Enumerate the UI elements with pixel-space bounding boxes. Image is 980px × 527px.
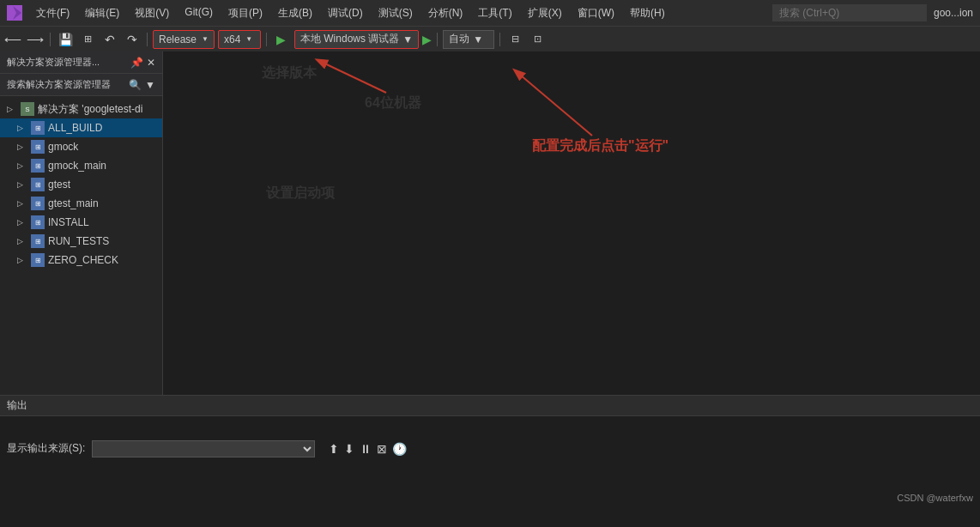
sidebar-header-icons: 📌 ✕ bbox=[130, 57, 155, 69]
tree-item-install[interactable]: ▷ ⊞ INSTALL bbox=[0, 213, 162, 232]
search-input[interactable] bbox=[772, 4, 927, 21]
config-dropdown[interactable]: Release ▼ bbox=[153, 30, 215, 49]
menu-file[interactable]: 文件(F) bbox=[29, 4, 76, 22]
output-source-label: 显示输出来源(S): bbox=[7, 441, 85, 456]
bottom-panel-title: 输出 bbox=[7, 398, 27, 413]
sep3 bbox=[266, 33, 267, 46]
account-text: goo...ion bbox=[934, 7, 973, 19]
annotation-select-version: 选择版本 bbox=[262, 64, 317, 82]
install-expand-icon: ▷ bbox=[17, 218, 27, 227]
menu-test[interactable]: 测试(S) bbox=[372, 4, 420, 22]
zero-check-icon: ⊞ bbox=[31, 253, 45, 267]
run-button[interactable]: ▶ bbox=[272, 30, 291, 49]
config-dropdown-arrow: ▼ bbox=[202, 35, 209, 43]
title-bar-right: goo...ion bbox=[772, 4, 973, 21]
tree-item-gmock-main[interactable]: ▷ ⊞ gmock_main bbox=[0, 156, 162, 175]
menu-window[interactable]: 窗口(W) bbox=[571, 4, 621, 22]
solution-label: 解决方案 'googletest-di bbox=[38, 102, 142, 117]
gtest-main-icon: ⊞ bbox=[31, 197, 45, 210]
output-icon-down[interactable]: ⬇ bbox=[344, 442, 354, 456]
menu-git[interactable]: Git(G) bbox=[178, 4, 220, 22]
output-icon-stop[interactable]: ⏸ bbox=[360, 442, 372, 456]
all-build-icon: ⊞ bbox=[31, 121, 45, 135]
annotation-click-run: 配置完成后点击"运行" bbox=[532, 137, 668, 155]
gmock-main-label: gmock_main bbox=[48, 160, 106, 172]
main-area: 解决方案资源管理器... 📌 ✕ 搜索解决方案资源管理器 🔍 ▼ ▷ S 解决方… bbox=[0, 51, 980, 395]
tree-item-gmock[interactable]: ▷ ⊞ gmock bbox=[0, 137, 162, 156]
output-source-select[interactable] bbox=[92, 440, 315, 457]
tree-item-zero-check[interactable]: ▷ ⊞ ZERO_CHECK bbox=[0, 251, 162, 270]
toolbar-forward[interactable]: ⟶ bbox=[26, 30, 45, 49]
sidebar-header: 解决方案资源管理器... 📌 ✕ bbox=[0, 51, 162, 74]
toolbar: ⟵ ⟶ 💾 ⊞ ↶ ↷ Release ▼ x64 ▼ ▶ 本地 Windows… bbox=[0, 26, 980, 51]
sidebar: 解决方案资源管理器... 📌 ✕ 搜索解决方案资源管理器 🔍 ▼ ▷ S 解决方… bbox=[0, 51, 163, 395]
run-tests-icon: ⊞ bbox=[31, 234, 45, 248]
sidebar-pin-icon[interactable]: 📌 bbox=[130, 57, 143, 69]
gmock-expand-icon: ▷ bbox=[17, 142, 27, 151]
output-icon-clear[interactable]: ⊠ bbox=[377, 442, 387, 456]
sidebar-header-title: 解决方案资源管理器... bbox=[7, 56, 100, 69]
annotation-arrows bbox=[163, 51, 980, 395]
sidebar-search-icon[interactable]: 🔍 bbox=[129, 79, 142, 91]
bottom-panel-content: 显示输出来源(S): ⬆ ⬇ ⏸ ⊠ 🕐 bbox=[0, 416, 980, 481]
gmock-label: gmock bbox=[48, 141, 78, 153]
debug-dropdown[interactable]: 本地 Windows 调试器 ▼ bbox=[294, 30, 419, 49]
arch-dropdown-arrow: ▼ bbox=[245, 35, 252, 43]
all-build-label: ALL_BUILD bbox=[48, 122, 102, 134]
title-bar: 文件(F) 编辑(E) 视图(V) Git(G) 项目(P) 生成(B) 调试(… bbox=[0, 0, 980, 26]
menu-view[interactable]: 视图(V) bbox=[128, 4, 176, 22]
gmock-icon: ⊞ bbox=[31, 140, 45, 154]
arch-dropdown[interactable]: x64 ▼ bbox=[218, 30, 261, 49]
menu-edit[interactable]: 编辑(E) bbox=[78, 4, 126, 22]
auto-dropdown[interactable]: 自动 ▼ bbox=[443, 30, 494, 49]
debug-dropdown-arrow: ▼ bbox=[402, 33, 413, 45]
tree-item-gtest[interactable]: ▷ ⊞ gtest bbox=[0, 175, 162, 194]
menu-analyze[interactable]: 分析(N) bbox=[421, 4, 470, 22]
expand-icon: ▷ bbox=[7, 105, 17, 113]
watermark: CSDN @waterfxw bbox=[897, 493, 973, 503]
bottom-panel-header: 输出 bbox=[0, 396, 980, 416]
menu-tools[interactable]: 工具(T) bbox=[471, 4, 518, 22]
run-tests-label: RUN_TESTS bbox=[48, 235, 109, 247]
toolbar-back[interactable]: ⟵ bbox=[3, 30, 22, 49]
install-label: INSTALL bbox=[48, 216, 89, 228]
toolbar-save2[interactable]: ⊞ bbox=[78, 30, 97, 49]
annotation-startup: 设置启动项 bbox=[266, 185, 335, 203]
sidebar-search-options-icon[interactable]: ▼ bbox=[145, 79, 155, 91]
tree-item-all-build[interactable]: ▷ ⊞ ALL_BUILD bbox=[0, 118, 162, 137]
output-icon-up[interactable]: ⬆ bbox=[329, 442, 339, 456]
sep4 bbox=[437, 33, 438, 46]
vs-logo bbox=[7, 5, 22, 21]
menu-build[interactable]: 生成(B) bbox=[271, 4, 319, 22]
annotation-64bit: 64位机器 bbox=[365, 94, 421, 112]
gtest-expand-icon: ▷ bbox=[17, 180, 27, 189]
sidebar-search-bar: 搜索解决方案资源管理器 🔍 ▼ bbox=[0, 74, 162, 96]
sep5 bbox=[499, 33, 500, 46]
bottom-panel: 输出 显示输出来源(S): ⬆ ⬇ ⏸ ⊠ 🕐 bbox=[0, 395, 980, 481]
tree-item-run-tests[interactable]: ▷ ⊞ RUN_TESTS bbox=[0, 232, 162, 251]
all-build-expand-icon: ▷ bbox=[17, 124, 27, 132]
auto-dropdown-arrow: ▼ bbox=[473, 33, 483, 45]
gtest-main-label: gtest_main bbox=[48, 197, 99, 209]
install-icon: ⊞ bbox=[31, 215, 45, 229]
tree-item-gtest-main[interactable]: ▷ ⊞ gtest_main bbox=[0, 194, 162, 213]
tree-solution[interactable]: ▷ S 解决方案 'googletest-di bbox=[0, 100, 162, 118]
menu-project[interactable]: 项目(P) bbox=[221, 4, 269, 22]
sep2 bbox=[147, 33, 148, 46]
output-icon-clock[interactable]: 🕐 bbox=[392, 442, 407, 456]
toolbar-extra2[interactable]: ⊡ bbox=[528, 30, 547, 49]
toolbar-undo[interactable]: ↶ bbox=[100, 30, 119, 49]
sidebar-search-text: 搜索解决方案资源管理器 bbox=[7, 78, 125, 91]
toolbar-save[interactable]: 💾 bbox=[56, 30, 75, 49]
output-toolbar-icons: ⬆ ⬇ ⏸ ⊠ 🕐 bbox=[329, 442, 407, 456]
menu-debug[interactable]: 调试(D) bbox=[321, 4, 370, 22]
menu-extend[interactable]: 扩展(X) bbox=[521, 4, 569, 22]
debug-run-button[interactable]: ▶ bbox=[422, 33, 432, 46]
menu-help[interactable]: 帮助(H) bbox=[623, 4, 672, 22]
sidebar-close-icon[interactable]: ✕ bbox=[147, 57, 155, 69]
toolbar-extra1[interactable]: ⊟ bbox=[505, 30, 524, 49]
zero-check-expand-icon: ▷ bbox=[17, 256, 27, 264]
gtest-label: gtest bbox=[48, 179, 70, 191]
sep1 bbox=[50, 33, 51, 46]
toolbar-redo[interactable]: ↷ bbox=[123, 30, 142, 49]
